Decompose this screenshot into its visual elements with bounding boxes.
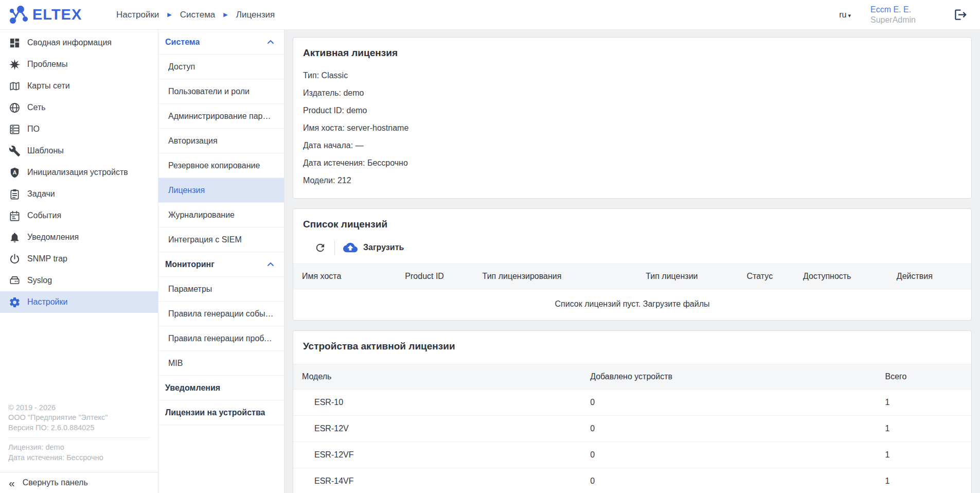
breadcrumb-item[interactable]: Система [180,10,215,20]
sidebar-footer: © 2019 - 2026 ООО "Предприятие "Элтекс" … [0,398,158,467]
license-field-label: Модели: [303,176,335,185]
device-row: ESR-14VF 0 1 [293,468,971,493]
submenu-entry-label: Параметры [168,285,212,294]
sidebar: Сводная информация Проблемы Карты сети [0,30,158,493]
logout-icon[interactable] [954,8,968,22]
upload-button[interactable]: Загрузить [343,240,404,255]
breadcrumb-item[interactable]: Лицензия [236,10,275,20]
license-list-toolbar: Загрузить [293,230,971,263]
sidebar-item[interactable]: Уведомления [0,226,158,248]
sidebar-item-icon [9,124,21,135]
sidebar-item[interactable]: Карты сети [0,75,158,97]
license-field: Product ID: demo [303,107,961,115]
sidebar-item[interactable]: Инициализация устройств [0,162,158,183]
submenu-entry[interactable]: Правила генерации проблем [158,326,284,351]
empty-state-row: Список лицензий пуст. Загрузите файлы [293,289,971,321]
sidebar-item[interactable]: Проблемы [0,54,158,75]
sidebar-item[interactable]: Syslog [0,270,158,291]
license-field-label: Дата начала: [303,141,353,150]
active-license-card-body: Тип: Classic Издатель: demo Product ID: [293,72,971,198]
submenu-entry[interactable]: Авторизация [158,129,284,153]
device-total-count: 1 [876,416,971,442]
device-added-count: 0 [581,390,876,416]
column-header: Тип лицензирования [474,264,637,289]
device-model: ESR-14VF [293,468,581,493]
sidebar-item-icon [9,232,21,243]
language-selector[interactable]: ru ▾ [839,10,851,20]
submenu-entry[interactable]: MIB [158,351,284,376]
device-row: ESR-10 0 1 [293,390,971,416]
submenu-entry[interactable]: Резервное копирование [158,153,284,178]
user-name: Eccm E. E. [870,5,916,15]
license-list-card: Список лицензий Загрузить [293,208,972,321]
app-window: ELTEX ▶ Настройки ▶ Система ▶ Лицензия [0,0,980,493]
active-license-card-head: Активная лицензия [293,38,971,59]
user-menu[interactable]: Eccm E. E. SuperAdmin [870,5,916,25]
license-field-value: — [355,141,364,150]
device-total-count: 1 [876,390,971,416]
submenu-entry[interactable]: Уведомления [158,376,284,400]
column-header: Добавлено устройств [581,364,876,390]
submenu-entry[interactable]: Параметры [158,277,284,302]
submenu-entry-label: Уведомления [165,383,220,393]
sidebar-item-label: Настройки [27,297,67,307]
submenu-entry-label: Мониторинг [165,260,215,269]
submenu-entry[interactable]: Интеграция с SIEM [158,227,284,252]
sidebar-item[interactable]: Задачи [0,183,158,205]
sidebar-item-label: Уведомления [27,233,79,242]
breadcrumb-segment: ▶ Лицензия [215,10,275,20]
user-role: SuperAdmin [870,15,916,25]
sidebar-item-label: Сводная информация [27,38,112,47]
empty-state-text: Список лицензий пуст. Загрузите файлы [293,289,971,321]
devices-table: МодельДобавлено устройствВсего ESR-10 0 … [293,364,971,493]
breadcrumb-item[interactable]: Настройки [116,10,159,20]
sidebar-item[interactable]: SNMP trap [0,248,158,270]
submenu-entry[interactable]: Мониторинг [158,252,284,277]
submenu-entry[interactable]: Лицензии на устройства [158,400,284,425]
sidebar-item-label: Проблемы [27,60,67,69]
sidebar-item[interactable]: Сеть [0,97,158,118]
sidebar-item[interactable]: Шаблоны [0,140,158,162]
submenu-entry[interactable]: Система [158,30,284,55]
license-field-label: Тип: [303,71,319,80]
refresh-button[interactable] [314,242,326,254]
breadcrumb: ▶ Настройки ▶ Система ▶ Лицензия [116,10,275,20]
submenu-entry[interactable]: Доступ [158,55,284,79]
license-field-label: Имя хоста: [303,124,345,132]
license-field-value: Classic [322,71,348,80]
submenu-entry-label: Администрирование паролей [168,112,275,121]
column-header: Доступность [794,264,888,289]
eltex-logo-icon [8,5,29,25]
collapse-panel-button[interactable]: « Свернуть панель [0,472,158,493]
devices-card: Устройства активной лицензии МодельДобав… [293,330,972,493]
topbar-right: ru ▾ Eccm E. E. SuperAdmin [839,5,968,25]
company-text: ООО "Предприятие "Элтекс" [8,413,150,422]
license-field-value: Бессрочно [367,159,408,167]
eltex-logo[interactable]: ELTEX [8,5,95,25]
license-field-value: server-hostname [347,124,408,132]
collapse-chevrons-icon: « [9,478,15,488]
column-header: Статус [738,264,794,289]
collapse-panel-label: Свернуть панель [23,478,88,487]
sidebar-item[interactable]: Настройки [0,291,158,313]
submenu-entry[interactable]: Администрирование паролей [158,104,284,129]
submenu-entry[interactable]: Правила генерации событий [158,302,284,326]
sidebar-item[interactable]: ПО [0,118,158,140]
about-block: © 2019 - 2026 ООО "Предприятие "Элтекс" … [8,398,150,437]
device-added-count: 0 [581,468,876,493]
device-total-count: 1 [876,468,971,493]
submenu-entry-label: Журналирование [168,210,235,220]
submenu-entry[interactable]: Пользователи и роли [158,79,284,104]
column-header: Всего [876,364,971,390]
sidebar-item-icon [9,275,21,287]
topbar: ELTEX ▶ Настройки ▶ Система ▶ Лицензия [0,0,980,30]
submenu-entry[interactable]: Лицензия [158,178,284,203]
submenu-entry[interactable]: Журналирование [158,203,284,227]
sidebar-item[interactable]: События [0,205,158,226]
device-model: ESR-12V [293,416,581,442]
sidebar-item-icon [9,80,21,92]
sidebar-item[interactable]: Сводная информация [0,32,158,54]
submenu-entry-label: Лицензии на устройства [165,408,265,417]
sidebar-item-icon [9,37,21,49]
license-text: Лицензия: demo [8,443,150,452]
